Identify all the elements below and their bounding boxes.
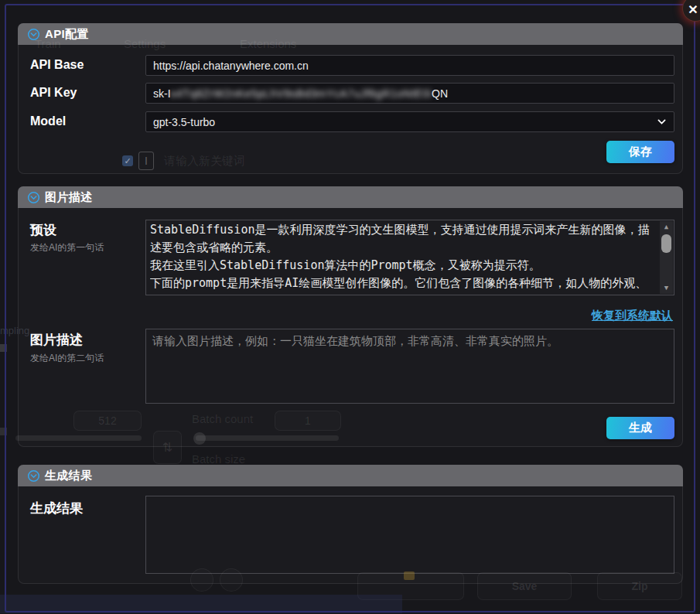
description-textarea[interactable] [145, 329, 674, 404]
api-base-value: https://api.chatanywhere.com.cn [153, 60, 309, 72]
scroll-down-icon[interactable]: ▼ [660, 282, 673, 294]
preset-text: StableDiffusion是一款利用深度学习的文生图模型，支持通过使用提示词… [150, 221, 658, 294]
bg-footer-strip [0, 595, 402, 613]
model-label: Model [30, 114, 66, 128]
result-label: 生成结果 [30, 500, 83, 517]
section-title: 图片描述 [45, 190, 92, 205]
result-textarea[interactable] [145, 496, 674, 574]
scrollbar-thumb[interactable] [661, 234, 671, 253]
api-key-label: API Key [30, 86, 77, 100]
close-icon: ✕ [688, 2, 698, 17]
image-description-card: 图片描述 预设 发给AI的第一句话 StableDiffusion是一款利用深度… [18, 186, 683, 447]
api-config-card: API配置 API Base https://api.chatanywhere.… [18, 23, 683, 174]
api-key-masked: x4Tq8ZrW2nKe5pLhV9sBd3mYcA7uJf6gR1oNtE0i [171, 87, 432, 100]
save-button[interactable]: 保存 [606, 141, 674, 163]
result-header[interactable]: 生成结果 [18, 465, 683, 486]
generate-button[interactable]: 生成 [606, 417, 674, 439]
preset-sublabel: 发给AI的第一句话 [30, 241, 104, 254]
description-label: 图片描述 [30, 331, 83, 349]
api-base-input[interactable]: https://api.chatanywhere.com.cn [145, 55, 674, 76]
section-title: API配置 [45, 27, 89, 42]
collapse-chevron-icon[interactable] [27, 28, 40, 41]
api-base-label: API Base [30, 58, 84, 72]
description-sublabel: 发给AI的第二句话 [30, 352, 104, 365]
bg-edge-chip [0, 428, 7, 435]
scroll-up-icon[interactable]: ▲ [660, 221, 673, 233]
bg-batch-size-label: Batch size [192, 452, 245, 466]
api-config-header[interactable]: API配置 [18, 23, 683, 45]
result-card: 生成结果 生成结果 [18, 465, 683, 584]
bg-edge-chip [0, 344, 7, 352]
collapse-chevron-icon[interactable] [27, 191, 40, 204]
section-title: 生成结果 [45, 469, 92, 483]
chevron-down-icon [657, 117, 667, 127]
restore-default-link[interactable]: 恢复到系统默认 [592, 309, 673, 323]
model-value: gpt-3.5-turbo [153, 116, 215, 128]
image-description-header[interactable]: 图片描述 [18, 186, 683, 208]
app-window: Train Settings Extensions ✓ I 请输入新关键词 mp… [0, 0, 700, 614]
close-button[interactable]: ✕ [682, 0, 700, 22]
preset-textarea[interactable]: StableDiffusion是一款利用深度学习的文生图模型，支持通过使用提示词… [145, 220, 674, 295]
api-key-prefix: sk-I [153, 87, 171, 100]
preset-label: 预设 [30, 221, 56, 239]
api-key-suffix: QN [432, 87, 448, 100]
collapse-chevron-icon[interactable] [27, 469, 40, 483]
scrollbar[interactable]: ▲ ▼ [660, 221, 673, 294]
api-key-input[interactable]: sk-Ix4Tq8ZrW2nKe5pLhV9sBd3mYcA7uJf6gR1oN… [145, 83, 674, 104]
model-select[interactable]: gpt-3.5-turbo [145, 111, 674, 132]
